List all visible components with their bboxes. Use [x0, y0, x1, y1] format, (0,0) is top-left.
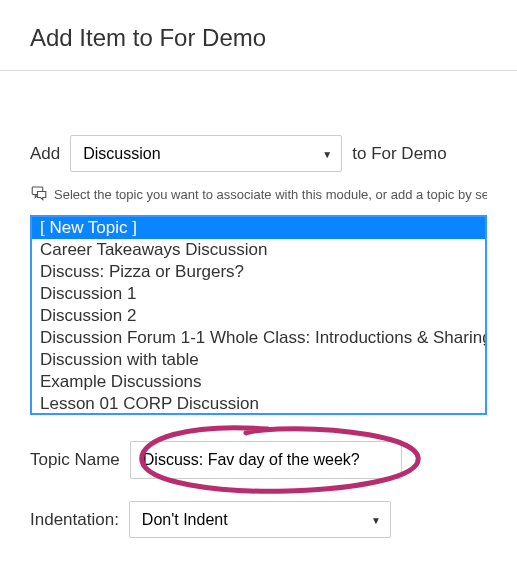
topics-listbox[interactable]: [ New Topic ]Career Takeaways Discussion…: [30, 215, 487, 415]
to-label: to For Demo: [352, 144, 446, 164]
topic-name-label: Topic Name: [30, 450, 120, 470]
indentation-select[interactable]: Don't Indent: [129, 501, 391, 538]
indentation-label: Indentation:: [30, 510, 119, 530]
topic-option[interactable]: Example Discussions: [32, 371, 485, 393]
discussion-icon: [30, 184, 48, 205]
topic-name-input[interactable]: [130, 441, 402, 479]
topic-option[interactable]: Career Takeaways Discussion: [32, 239, 485, 261]
indentation-row: Indentation: Don't Indent: [30, 501, 487, 538]
topic-name-row: Topic Name: [30, 441, 487, 479]
helper-text-row: Select the topic you want to associate w…: [30, 184, 487, 205]
add-row: Add Discussion to For Demo: [30, 135, 487, 172]
add-type-select-input[interactable]: Discussion: [70, 135, 342, 172]
helper-text: Select the topic you want to associate w…: [54, 187, 487, 202]
topic-option[interactable]: Lesson 01 CORP Discussion: [32, 393, 485, 415]
add-label: Add: [30, 144, 60, 164]
indentation-select-input[interactable]: Don't Indent: [129, 501, 391, 538]
topic-option[interactable]: Discuss: Pizza or Burgers?: [32, 261, 485, 283]
topic-option[interactable]: Discussion Forum 1-1 Whole Class: Introd…: [32, 327, 485, 349]
topic-option[interactable]: Discussion with table: [32, 349, 485, 371]
topic-option[interactable]: [ New Topic ]: [32, 217, 485, 239]
topic-option[interactable]: Discussion 2: [32, 305, 485, 327]
page-title: Add Item to For Demo: [30, 24, 487, 52]
topic-option[interactable]: Discussion 1: [32, 283, 485, 305]
add-type-select[interactable]: Discussion: [70, 135, 342, 172]
